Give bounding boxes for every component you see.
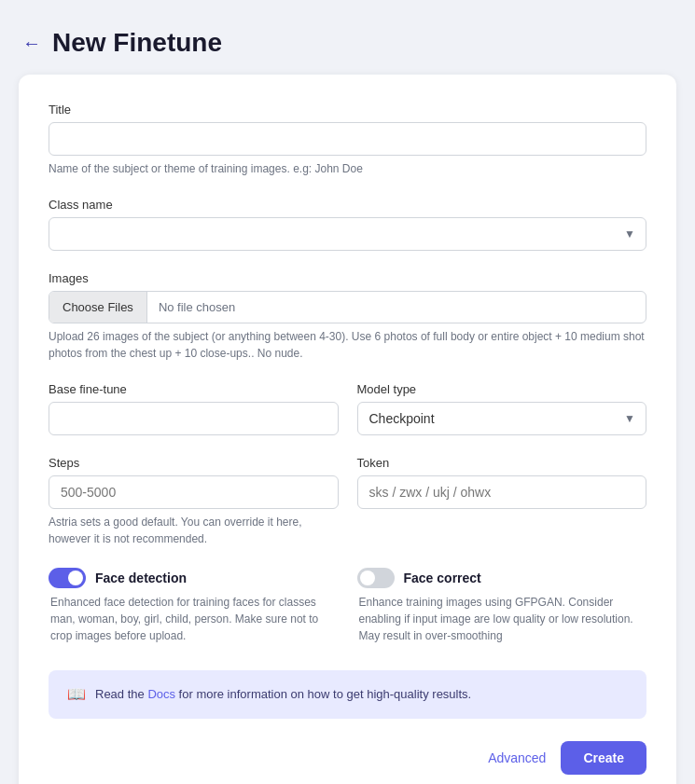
docs-link[interactable]: Docs <box>147 687 175 701</box>
toggles-row: Face detection Enhanced face detection f… <box>49 568 646 644</box>
face-correct-slider <box>357 568 395 588</box>
images-label: Images <box>49 271 646 285</box>
face-detection-header: Face detection <box>49 568 339 588</box>
back-button[interactable]: ← <box>22 33 41 54</box>
model-type-select-wrapper: Checkpoint LoRA Other ▼ <box>357 402 647 435</box>
base-model-row: Base fine-tune Realistic Vision V5.1 V5.… <box>49 382 646 435</box>
model-type-select[interactable]: Checkpoint LoRA Other <box>357 402 647 435</box>
form-actions: Advanced Create <box>49 741 646 775</box>
face-correct-header: Face correct <box>357 568 647 588</box>
token-group: Token <box>357 456 647 547</box>
file-name-display: No file chosen <box>147 292 646 323</box>
model-type-label: Model type <box>357 382 647 396</box>
face-correct-description: Enhance training images using GFPGAN. Co… <box>357 594 647 644</box>
face-detection-label: Face detection <box>95 571 187 585</box>
images-group: Images Choose Files No file chosen Uploa… <box>49 271 646 362</box>
face-detection-description: Enhanced face detection for training fac… <box>49 594 339 644</box>
steps-hint: Astria sets a good default. You can over… <box>49 514 339 547</box>
model-type-group: Model type Checkpoint LoRA Other ▼ <box>357 382 647 435</box>
base-finetune-input[interactable]: Realistic Vision V5.1 V5.1 (VAE) <box>49 402 339 435</box>
title-label: Title <box>49 103 646 117</box>
images-hint: Upload 26 images of the subject (or anyt… <box>49 328 646 362</box>
file-input-wrapper: Choose Files No file chosen <box>49 291 646 323</box>
title-hint: Name of the subject or theme of training… <box>49 160 646 177</box>
class-name-group: Class name ▼ <box>49 198 646 251</box>
title-group: Title Name of the subject or theme of tr… <box>49 103 646 177</box>
face-correct-label: Face correct <box>404 571 481 585</box>
token-label: Token <box>357 456 647 470</box>
base-finetune-label: Base fine-tune <box>49 382 339 396</box>
base-finetune-group: Base fine-tune Realistic Vision V5.1 V5.… <box>49 382 339 435</box>
create-button[interactable]: Create <box>561 741 646 775</box>
face-detection-item: Face detection Enhanced face detection f… <box>49 568 339 644</box>
class-name-select[interactable] <box>49 217 646 251</box>
info-banner: 📖 Read the Docs for more information on … <box>49 670 646 719</box>
banner-text: Read the Docs for more information on ho… <box>95 685 471 704</box>
choose-files-button[interactable]: Choose Files <box>49 292 147 323</box>
book-icon: 📖 <box>67 685 86 703</box>
page-title: New Finetune <box>52 28 222 58</box>
page-header: ← New Finetune <box>19 28 676 58</box>
token-input[interactable] <box>357 475 647 509</box>
face-correct-item: Face correct Enhance training images usi… <box>357 568 647 644</box>
advanced-button[interactable]: Advanced <box>488 750 546 765</box>
face-correct-toggle[interactable] <box>357 568 395 588</box>
class-name-select-wrapper: ▼ <box>49 217 646 251</box>
class-name-label: Class name <box>49 198 646 212</box>
title-input[interactable] <box>49 122 646 156</box>
steps-token-row: Steps Astria sets a good default. You ca… <box>49 456 646 547</box>
steps-label: Steps <box>49 456 339 470</box>
banner-text-prefix: Read the <box>95 687 147 701</box>
steps-group: Steps Astria sets a good default. You ca… <box>49 456 339 547</box>
banner-text-suffix: for more information on how to get high-… <box>175 687 471 701</box>
steps-input[interactable] <box>49 475 339 509</box>
form-card: Title Name of the subject or theme of tr… <box>19 75 676 784</box>
face-detection-slider <box>49 568 86 588</box>
face-detection-toggle[interactable] <box>49 568 86 588</box>
